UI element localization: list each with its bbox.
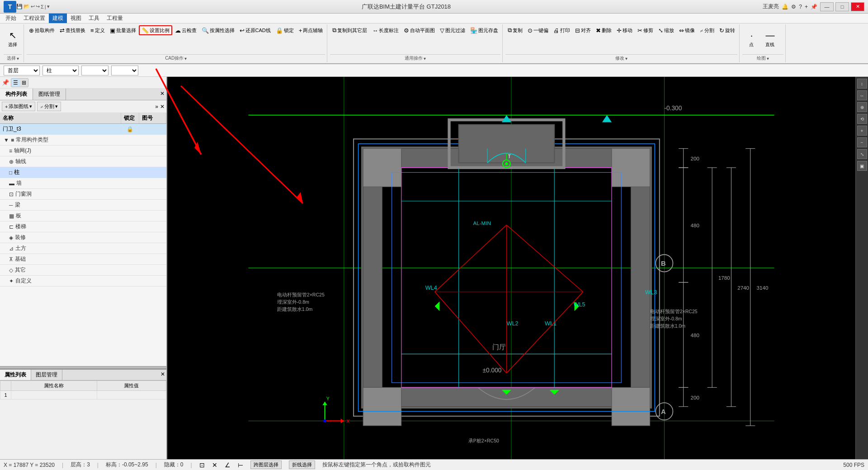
aux-axis-button[interactable]: + 两点辅轴	[297, 25, 326, 35]
move-button[interactable]: ✛ 移动	[614, 25, 635, 35]
copy-to-floor-button[interactable]: ⧉ 复制到其它层	[330, 25, 369, 35]
quickaction-col[interactable]: |	[45, 4, 46, 9]
warehouse-button[interactable]: 🏪 图元存盘	[468, 25, 500, 35]
maximize-button[interactable]: □	[835, 2, 849, 11]
grid-view-button[interactable]: ⊞	[20, 79, 28, 87]
snap-grid-icon[interactable]: ⊡	[199, 461, 205, 469]
rtb-btn-4[interactable]: ⟲	[857, 114, 867, 124]
cad-canvas[interactable]: WL4 WL3 WL5 WL2 WL1 AL-MIN 门厅 ±0.000 -0.…	[167, 77, 855, 459]
quickaction-open[interactable]: 📂	[24, 4, 30, 9]
cat-axisgrid[interactable]: ≡ 轴网(J)	[0, 146, 166, 156]
user-icon[interactable]: +	[805, 4, 808, 10]
component-detail-select[interactable]	[111, 66, 138, 75]
cat-stair[interactable]: ⊏ 楼梯	[0, 221, 166, 232]
menu-tools[interactable]: 工具	[85, 14, 103, 23]
notify-icon[interactable]: 🔔	[782, 4, 788, 10]
menu-modeling[interactable]: 建模	[49, 14, 67, 23]
cat-beam[interactable]: ─ 梁	[0, 200, 166, 211]
auto-floor-button[interactable]: ⚙ 自动平面图	[401, 25, 437, 35]
cat-other[interactable]: ◇ 其它	[0, 265, 166, 276]
define-button[interactable]: ≡ 定义	[88, 25, 107, 35]
snap-layer-button[interactable]: 跨图层选择	[250, 461, 282, 469]
batch-select-button[interactable]: ▣ 批量选择	[108, 25, 138, 35]
quickaction-redo[interactable]: ↪	[36, 4, 40, 9]
rtb-btn-7[interactable]: ⤡	[857, 149, 867, 159]
component-type-select[interactable]: 柱 墙 梁 板	[42, 66, 79, 75]
menu-quantities[interactable]: 工程量	[103, 14, 127, 23]
settings-icon[interactable]: ⚙	[791, 4, 796, 10]
tab-layer-mgmt[interactable]: 图层管理	[31, 370, 62, 380]
cat-decoration[interactable]: ◈ 装修	[0, 232, 166, 243]
restore-cad-button[interactable]: ↩ 还原CAD线	[237, 25, 273, 35]
split-dropdown[interactable]: ▾	[55, 103, 58, 109]
close-button[interactable]: ✕	[851, 2, 864, 11]
tab-component-list[interactable]: 构件列表	[0, 89, 33, 100]
snap-angle-icon[interactable]: ∠	[225, 461, 231, 469]
close-props-panel[interactable]: ✕	[159, 370, 166, 380]
copy-button[interactable]: ⧉ 复制	[505, 25, 525, 35]
rtb-btn-2[interactable]: ↔	[857, 90, 867, 100]
close-panel-icon[interactable]: ✕	[158, 89, 166, 100]
find-replace-button[interactable]: ⇄ 查找替换	[57, 25, 88, 35]
cat-slab[interactable]: ▦ 板	[0, 211, 166, 221]
cat-foundation[interactable]: ⊼ 基础	[0, 254, 166, 265]
minimize-button[interactable]: —	[820, 2, 834, 11]
set-scale-button[interactable]: 📏 设置比例	[139, 25, 172, 35]
drawing-row[interactable]: 门卫_t3 🔒	[0, 124, 166, 135]
tab-drawing-mgmt[interactable]: 图纸管理	[33, 89, 66, 100]
general-dropdown-icon[interactable]: ▾	[424, 56, 426, 61]
cat-wall[interactable]: ▬ 墙	[0, 178, 166, 189]
scale-button[interactable]: ⤡ 缩放	[656, 25, 676, 35]
rtb-btn-3[interactable]: ⊕	[857, 102, 867, 112]
select-button[interactable]: ↖ 选择	[4, 25, 22, 52]
cloud-check-button[interactable]: ☁ 云检查	[173, 25, 199, 35]
polyline-select-button[interactable]: 折线选择	[289, 461, 315, 469]
list-view-button[interactable]: ☰	[11, 79, 20, 87]
cat-common[interactable]: ▼ ■ 常用构件类型	[0, 135, 166, 146]
rotate-button[interactable]: ↻ 旋转	[717, 25, 737, 35]
rtb-btn-8[interactable]: ▣	[857, 161, 867, 171]
attr-select-button[interactable]: 🔍 按属性选择	[199, 25, 237, 35]
add-drawing-dropdown[interactable]: ▾	[29, 103, 32, 109]
menu-view[interactable]: 视图	[67, 14, 85, 23]
quickaction-sum[interactable]: Σ	[41, 4, 44, 9]
modify-dropdown-icon[interactable]: ▾	[625, 56, 627, 61]
offset-button[interactable]: ⊙ 一键偏	[525, 25, 551, 35]
line-draw-button[interactable]: — 直线	[761, 25, 779, 52]
rtb-btn-1[interactable]: ↕	[857, 79, 867, 89]
rtb-btn-5[interactable]: +	[857, 126, 867, 136]
snap-perp-icon[interactable]: ⊢	[238, 461, 243, 469]
mirror-button[interactable]: ⇔ 镜像	[677, 25, 697, 35]
split-button[interactable]: ⌿ 分割	[698, 25, 717, 35]
component-subtype-select[interactable]	[81, 66, 108, 75]
trim-button[interactable]: ✂ 修剪	[635, 25, 656, 35]
cad-dropdown-icon[interactable]: ▾	[184, 56, 187, 61]
pin-panel-icon[interactable]: 📌	[2, 79, 9, 86]
split-drawing-button[interactable]: ⌿ 分割 ▾	[37, 102, 61, 111]
drawing-toolbar-more[interactable]: »	[155, 103, 158, 110]
cat-custom[interactable]: ✦ 自定义	[0, 276, 166, 287]
quickaction-undo[interactable]: ↩	[31, 4, 35, 9]
cat-axisline[interactable]: ⊕ 轴线	[0, 156, 166, 167]
delete-button[interactable]: ✖ 删除	[594, 25, 614, 35]
menu-project-settings[interactable]: 工程设置	[20, 14, 49, 23]
attr-value-cell[interactable]	[97, 391, 166, 400]
lock-button[interactable]: 🔒 锁定	[274, 25, 296, 35]
pick-component-button[interactable]: ⊕ 拾取构件	[27, 25, 57, 35]
help-icon[interactable]: ?	[799, 4, 802, 10]
add-drawing-button[interactable]: + 添加图纸 ▾	[2, 102, 35, 111]
align-button[interactable]: ⊟ 对齐	[573, 25, 593, 35]
print-button[interactable]: 🖨 打印	[551, 25, 572, 35]
select-dropdown-icon[interactable]: ▾	[17, 56, 19, 61]
rtb-btn-6[interactable]: −	[857, 137, 867, 147]
cat-earthwork[interactable]: ⊿ 土方	[0, 243, 166, 254]
draw-dropdown-icon[interactable]: ▾	[767, 56, 769, 61]
close-drawing-panel[interactable]: ✕	[160, 103, 165, 110]
pin-icon[interactable]: 📌	[811, 4, 817, 10]
length-label-button[interactable]: ↔ 长度标注	[370, 25, 401, 35]
floor-select[interactable]: 首层 第二层 基础层	[4, 66, 40, 75]
cat-column[interactable]: □ 柱	[0, 167, 166, 178]
attr-name-cell[interactable]	[11, 391, 97, 400]
snap-cross-icon[interactable]: ✕	[212, 461, 217, 469]
quickaction-save[interactable]: 💾	[16, 4, 23, 9]
